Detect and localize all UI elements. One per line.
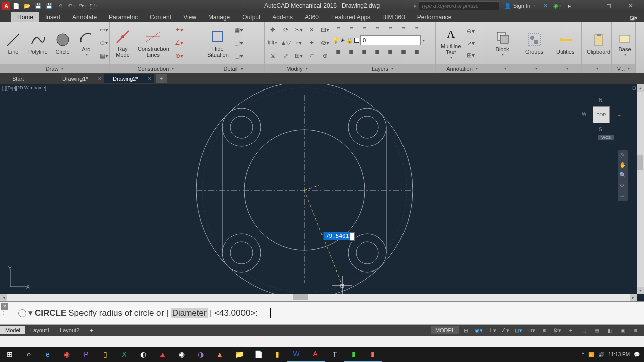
cline3-icon[interactable]: ⊕▾ (173, 50, 185, 61)
pdf-icon[interactable]: ▲ (153, 347, 172, 362)
nav-orbit-icon[interactable]: ⟲ (619, 182, 626, 189)
file-tab-drawing2[interactable]: Drawing2*✕ (104, 74, 154, 83)
mtext-button[interactable]: AMultiline Text▾ (438, 25, 464, 61)
eclipse-icon[interactable]: ◑ (191, 347, 210, 362)
tab-addins[interactable]: Add-ins (266, 12, 299, 22)
app5-icon[interactable]: ▮ (363, 347, 382, 362)
panel-construction-title[interactable]: Construction▾ (110, 64, 202, 73)
qat-save-icon[interactable]: 💾 (33, 1, 43, 10)
clean-icon[interactable]: ▣ (617, 325, 629, 335)
cmd-handle-icon[interactable]: ⋮⋮ (1, 311, 10, 316)
viewcube-top[interactable]: TOP (593, 106, 610, 123)
clipboard-button[interactable]: Clipboard (584, 31, 613, 56)
tab-performance[interactable]: Performance (411, 12, 458, 22)
qat-redo-icon[interactable]: ↷▾ (77, 1, 88, 10)
panel-utilities-title[interactable]: ▾ (551, 64, 581, 73)
layer-combo[interactable] (360, 35, 421, 45)
layout-2[interactable]: Layout2 (55, 326, 85, 334)
file-tab-start[interactable]: Start (3, 74, 53, 83)
ribbon-min-icon[interactable]: ◪▾ (629, 13, 639, 22)
command-line[interactable]: ✕ ⋮⋮ ▾ CIRCLE Specify radius of circle o… (0, 301, 644, 325)
chrome-icon[interactable]: ◉ (172, 347, 191, 362)
snap-icon[interactable]: ◉▾ (473, 325, 485, 335)
viewcube[interactable]: N S W E TOP (584, 97, 619, 132)
qat-saveas-icon[interactable]: 💾 (44, 1, 54, 10)
polyline-button[interactable]: Polyline (25, 31, 51, 56)
wcs-label[interactable]: WCS (598, 135, 614, 140)
tab-manage[interactable]: Manage (202, 12, 236, 22)
cmd-option[interactable]: Diameter (171, 308, 208, 318)
panel-groups-title[interactable]: ▾ (520, 64, 551, 73)
polar-icon[interactable]: ∠▾ (499, 325, 511, 335)
osnap-icon[interactable]: ⊡▾ (512, 325, 524, 335)
tray-up-icon[interactable]: ˄ (582, 352, 584, 357)
panel-base-title[interactable]: V...▾ (612, 64, 635, 73)
tex-icon[interactable]: T (325, 347, 344, 362)
stretch-icon[interactable]: ⇲ (267, 50, 279, 61)
array-icon[interactable]: ⊞▾ (293, 50, 305, 61)
nav-show-icon[interactable]: ▭ (619, 192, 626, 199)
tray-net-icon[interactable]: 📶 (588, 352, 594, 357)
file-tab-drawing1[interactable]: Drawing1*✕ (53, 74, 104, 83)
panel-clipboard-title[interactable]: ▾ (582, 64, 611, 73)
explorer-icon[interactable]: ▯ (96, 347, 115, 362)
block-button[interactable]: Block▾ (491, 28, 513, 58)
word-icon[interactable]: W (287, 347, 306, 362)
layer3-icon[interactable]: ≡ (358, 23, 370, 34)
panel-draw-title[interactable]: Draw▾ (0, 64, 109, 73)
nav-zoom-icon[interactable]: 🔍 (619, 172, 626, 179)
otrack-icon[interactable]: ⊿▾ (525, 325, 537, 335)
tab-home[interactable]: Home (11, 12, 39, 22)
layout-1[interactable]: Layout1 (25, 326, 55, 334)
qat-print-icon[interactable]: 🖨 (55, 1, 65, 10)
gear-icon[interactable]: ⚙▾ (551, 325, 564, 335)
layout-add[interactable]: + (85, 326, 98, 334)
notepad-icon[interactable]: 📄 (249, 347, 268, 362)
cloud-icon[interactable]: ◉▾ (552, 1, 562, 10)
layer1-icon[interactable]: ≡ (332, 23, 344, 34)
layerb4-icon[interactable]: ≣ (371, 46, 383, 57)
layerb2-icon[interactable]: ≣ (345, 46, 357, 57)
mirror-icon[interactable]: ▲▽ (280, 37, 292, 48)
tab-content[interactable]: Content (144, 12, 177, 22)
scroll-up-icon[interactable]: ▴ (637, 84, 644, 92)
space-label[interactable]: MODEL (431, 326, 459, 334)
move-icon[interactable]: ✥ (267, 24, 279, 35)
drawing-canvas[interactable]: [-][Top][2D Wireframe] — ◻ ✕ (0, 84, 644, 301)
table-icon[interactable]: ⊞▾ (465, 50, 477, 61)
scrollbar-vertical[interactable]: ▴ ▾ (637, 84, 644, 294)
cmd-close-icon[interactable]: ✕ (1, 303, 8, 310)
tab-view[interactable]: View (177, 12, 202, 22)
layerb7-icon[interactable]: ≣ (411, 46, 423, 57)
nav-pan-icon[interactable]: ✋ (619, 162, 626, 169)
scroll-down-icon[interactable]: ▾ (637, 287, 644, 294)
clines-button[interactable]: Construction Lines (135, 28, 172, 59)
align-icon[interactable]: ⊟▾ (319, 24, 331, 35)
panel-annotation-title[interactable]: Annotation▾ (436, 64, 489, 73)
tab-bim360[interactable]: BIM 360 (376, 12, 411, 22)
scroll-right-icon[interactable]: ▸ (630, 294, 637, 301)
dim-icon[interactable]: ⊖▾ (465, 26, 477, 37)
qat-undo-icon[interactable]: ↶▾ (66, 1, 76, 10)
tab-featured[interactable]: Featured Apps (325, 12, 376, 22)
copy-icon[interactable]: ⿻▾ (267, 37, 279, 48)
tab-a360[interactable]: A360 (299, 12, 325, 22)
layer4-icon[interactable]: ≡ (371, 23, 383, 34)
app1-icon[interactable]: ◉ (57, 347, 76, 362)
layerb3-icon[interactable]: ≣ (358, 46, 370, 57)
arc-button[interactable]: Arc▾ (75, 28, 97, 58)
signin-button[interactable]: 👤 Sign In ▾ (501, 3, 538, 9)
circle-button[interactable]: Circle (52, 31, 74, 56)
new-tab-button[interactable]: + (156, 74, 167, 83)
cortana-icon[interactable]: ○ (19, 347, 38, 362)
nav-bar[interactable]: ◎ ✋ 🔍 ⟲ ▭ (618, 150, 628, 201)
panel-block-title[interactable]: ▾ (489, 64, 520, 73)
vp-max-icon[interactable]: ◻ (632, 85, 636, 90)
exchange-icon[interactable]: ✕ (540, 1, 550, 10)
layer6-icon[interactable]: ≡ (397, 23, 410, 34)
rotate-icon[interactable]: ⟳ (280, 24, 292, 35)
base-button[interactable]: Base▾ (614, 28, 636, 58)
tray-vol-icon[interactable]: 🔊 (598, 352, 604, 357)
qat-new-icon[interactable]: 📄 (11, 1, 21, 10)
tab-insert[interactable]: Insert (39, 12, 66, 22)
